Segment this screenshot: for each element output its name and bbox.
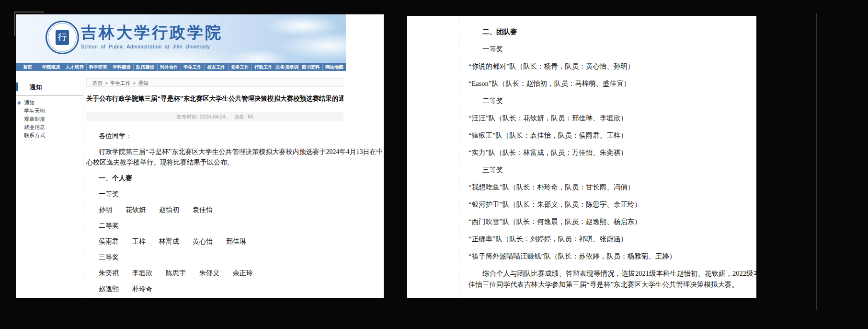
- seal-glyph-icon: 行: [56, 30, 69, 45]
- article-body-page2: 二、团队赛 一等奖 “你说的都对”队（队长：杨青，队员：黄心怡、孙明） “Eas…: [468, 26, 749, 296]
- award-tier-label: 三等奖: [86, 252, 351, 263]
- sidebar-item-rules[interactable]: 规章制度: [17, 115, 83, 123]
- sidebar-item-label: 规章制度: [24, 116, 45, 122]
- team-result-line: “猿猴王”队（队长：袁佳怡，队员：侯雨君、王梓）: [468, 130, 749, 141]
- nav-item-civil-servant-training[interactable]: 公务员培训: [275, 63, 298, 71]
- window-edge-bottom: [16, 310, 817, 310]
- window-edge-top: [14, 12, 44, 12]
- body-line: 综合个人与团队比赛成绩、答辩表现等情况，选拔2021级本科生赵怡初、花钦妍，20…: [468, 268, 749, 279]
- section-heading-individual: 一、个人赛: [86, 173, 351, 184]
- team-result-line: “西门吹雪”队（队长：何逸晨，队员：赵逸熙、杨启东）: [468, 216, 749, 227]
- team-result-line: “你说的都对”队（队长：杨青，队员：黄心怡、孙明）: [468, 61, 749, 72]
- sidebar-item-contact[interactable]: 联系方式: [17, 131, 83, 140]
- breadcrumb-separator: >: [105, 80, 108, 86]
- winner-names: 朱奕祺 李垣欣 陈思宇 朱邵义 余正玲: [86, 268, 351, 279]
- team-result-line: “实力”队（队长：林富成，队员：万佳怡、朱奕祺）: [468, 147, 749, 158]
- nav-item-alumni[interactable]: 校友工作: [204, 63, 228, 71]
- hits-value: 65: [248, 114, 253, 119]
- content-left-divider: [459, 16, 459, 298]
- body-line: 心校区逸夫教学楼举行。现将比赛结果予以公布。: [86, 157, 351, 168]
- team-result-line: “Eason”队（队长：赵怡初，队员：马梓萌、盛佳宜）: [468, 78, 749, 89]
- sidebar-item-label: 通知: [24, 100, 34, 106]
- site-banner: 行 吉林大学行政学院 School of Public Administrati…: [16, 14, 346, 63]
- page-body: 通知 ◉ 通知 学生天地 规章制度 就业信息 联系方式: [16, 71, 384, 298]
- browser-page-2: 二、团队赛 一等奖 “你说的都对”队（队长：杨青，队员：黄心怡、孙明） “Eas…: [407, 16, 756, 298]
- nav-item-party[interactable]: 党务工作: [228, 63, 251, 71]
- main-nav: 首页 学院概况 人才培养 科学研究 学科建设 队伍建设 对外合作 学生工作 校友…: [16, 63, 346, 71]
- breadcrumb: 首页>学生工作>通知: [86, 78, 343, 87]
- body-line: 各位同学：: [86, 131, 351, 141]
- article-body-page1: 各位同学： 行政学院第三届“寻是杯”东北赛区大学生公共管理决策模拟大赛校内预选赛…: [86, 131, 351, 294]
- winner-names: 侯雨君 王梓 林富成 黄心怡 邢佳琳: [86, 236, 351, 247]
- nav-item-admin[interactable]: 行政工作: [251, 63, 275, 71]
- sidebar-item-employment[interactable]: 就业信息: [17, 123, 83, 131]
- award-tier-label: 二等奖: [86, 221, 351, 231]
- article-content: 首页>学生工作>通知 关于公布行政学院第三届“寻是杯”东北赛区大学生公共管理决策…: [83, 71, 351, 298]
- nav-item-faculty[interactable]: 队伍建设: [133, 63, 157, 71]
- breadcrumb-separator: >: [133, 80, 136, 86]
- nav-item-student-work[interactable]: 学生工作: [181, 63, 204, 71]
- publish-time-value: 2024-04-24: [200, 114, 226, 119]
- window-edge-left: [14, 12, 15, 36]
- sidebar-item-label: 学生天地: [24, 108, 45, 114]
- nav-item-cooperation[interactable]: 对外合作: [157, 63, 181, 71]
- publish-time-label: 发布时间:: [176, 114, 198, 119]
- university-seal-logo[interactable]: 行: [46, 21, 79, 54]
- section-heading-team: 二、团队赛: [468, 26, 749, 37]
- nav-item-home[interactable]: 首页: [16, 63, 39, 71]
- nav-item-library[interactable]: 图书资料: [298, 63, 322, 71]
- site-title-chinese: 吉林大学行政学院: [81, 24, 223, 41]
- sidebar-accent-bar: [16, 82, 18, 91]
- sidebar-list: ◉ 通知 学生天地 规章制度 就业信息 联系方式: [16, 99, 83, 140]
- award-tier-label: 二等奖: [468, 95, 749, 106]
- site-titles: 吉林大学行政学院 School of Public Administration…: [81, 24, 223, 49]
- breadcrumb-home[interactable]: 首页: [92, 80, 103, 86]
- nav-item-research[interactable]: 科学研究: [86, 63, 110, 71]
- body-line: 行政学院第三届“寻是杯”东北赛区大学生公共管理决策模拟大赛校内预选赛于2024年…: [86, 147, 351, 157]
- body-line: 佳怡三位同学代表吉林大学参加第三届“寻是杯”东北赛区大学生公共管理决策模拟大赛。: [468, 279, 749, 290]
- sidebar: 通知 ◉ 通知 学生天地 规章制度 就业信息 联系方式: [16, 71, 83, 298]
- team-result-line: “我想吃鱼”队（队长：朴玲奇，队员：甘长雨、冯俏）: [468, 182, 749, 193]
- award-tier-label: 一等奖: [468, 44, 749, 55]
- award-tier-label: 一等奖: [86, 189, 351, 200]
- hits-label: 点击:: [234, 114, 246, 119]
- team-result-line: “筷子筒外派喵喵汪赚钱”队（队长：苏依婷，队员：杨雅菊、王婷）: [468, 251, 749, 262]
- team-result-line: “正确率”队（队长：刘婷婷，队员：祁琪、张蔚涵）: [468, 234, 749, 245]
- nav-item-talent[interactable]: 人才培养: [63, 63, 86, 71]
- sidebar-item-label: 联系方式: [24, 132, 45, 138]
- arrow-bullet-icon: ◉: [17, 99, 21, 107]
- article-meta: 发布时间:2024-04-24点击:65: [86, 112, 343, 121]
- sidebar-item-label: 就业信息: [24, 124, 45, 130]
- browser-page-1: 行 吉林大学行政学院 School of Public Administrati…: [16, 14, 384, 298]
- sidebar-title-label: 通知: [30, 84, 42, 91]
- nav-item-overview[interactable]: 学院概况: [39, 63, 62, 71]
- nav-item-sitemap[interactable]: 网站地图: [322, 63, 346, 71]
- sidebar-item-student-world[interactable]: 学生天地: [17, 107, 83, 115]
- sidebar-item-notice[interactable]: ◉ 通知: [17, 99, 83, 107]
- team-result-line: “银河护卫”队（队长：朱邵义，队员：陈思宇、余正玲）: [468, 199, 749, 210]
- sidebar-title: 通知: [16, 82, 83, 95]
- window-edge-right: [816, 13, 817, 310]
- winner-names: 赵逸熙 朴玲奇: [86, 284, 351, 294]
- nav-item-discipline[interactable]: 学科建设: [110, 63, 133, 71]
- winner-names: 孙明 花钦妍 赵怡初 袁佳怡: [86, 205, 351, 215]
- award-tier-label: 三等奖: [468, 164, 749, 176]
- breadcrumb-current: 通知: [138, 80, 148, 86]
- article-title: 关于公布行政学院第三届“寻是杯”东北赛区大学生公共管理决策模拟大赛校预选赛结果的…: [86, 94, 343, 103]
- site-title-english: School of Public Administration at Jilin…: [81, 44, 223, 49]
- breadcrumb-student-work[interactable]: 学生工作: [110, 80, 130, 86]
- team-result-line: “汪汪”队（队长：花钦妍，队员：邢佳琳、李垣欣）: [468, 113, 749, 124]
